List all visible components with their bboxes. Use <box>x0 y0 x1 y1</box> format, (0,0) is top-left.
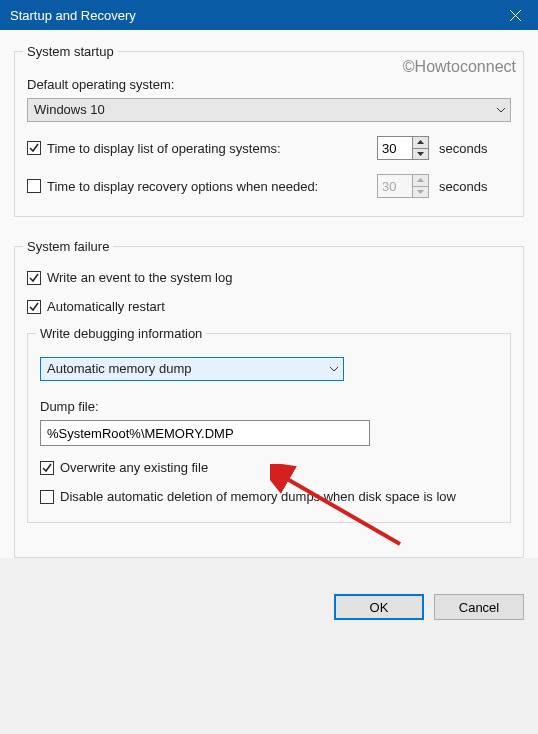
default-os-value: Windows 10 <box>28 99 492 121</box>
titlebar: Startup and Recovery <box>0 0 538 30</box>
seconds-unit: seconds <box>439 141 487 156</box>
write-event-checkbox[interactable] <box>27 271 41 285</box>
ok-button[interactable]: OK <box>334 594 424 620</box>
overwrite-label: Overwrite any existing file <box>60 460 208 475</box>
dump-type-combo[interactable]: Automatic memory dump <box>40 357 344 381</box>
button-row: OK Cancel <box>0 580 538 634</box>
default-os-label: Default operating system: <box>27 77 511 92</box>
display-os-list-checkbox[interactable] <box>27 141 41 155</box>
recovery-seconds-spinner <box>377 174 429 198</box>
auto-restart-label: Automatically restart <box>47 299 165 314</box>
seconds-unit: seconds <box>439 179 487 194</box>
auto-restart-checkbox[interactable] <box>27 300 41 314</box>
spinner-down-icon <box>413 187 428 198</box>
window-title: Startup and Recovery <box>10 8 136 23</box>
recovery-seconds-input <box>378 175 412 197</box>
display-recovery-checkbox[interactable] <box>27 179 41 193</box>
overwrite-checkbox[interactable] <box>40 461 54 475</box>
close-icon <box>510 10 521 21</box>
chevron-down-icon <box>492 99 510 121</box>
dialog-content: System startup Default operating system:… <box>0 30 538 558</box>
system-startup-legend: System startup <box>23 44 118 59</box>
dump-file-input[interactable] <box>40 420 370 446</box>
close-button[interactable] <box>492 0 538 30</box>
cancel-button[interactable]: Cancel <box>434 594 524 620</box>
disable-delete-label: Disable automatic deletion of memory dum… <box>60 489 456 504</box>
spinner-down-icon[interactable] <box>413 149 428 160</box>
dump-type-value: Automatic memory dump <box>41 358 325 380</box>
os-list-seconds-spinner[interactable] <box>377 136 429 160</box>
display-os-list-label: Time to display list of operating system… <box>47 141 281 156</box>
write-event-label: Write an event to the system log <box>47 270 232 285</box>
system-failure-group: System failure Write an event to the sys… <box>14 239 524 558</box>
display-recovery-label: Time to display recovery options when ne… <box>47 179 318 194</box>
dump-file-label: Dump file: <box>40 399 498 414</box>
os-list-seconds-input[interactable] <box>378 137 412 159</box>
write-debug-group: Write debugging information Automatic me… <box>27 326 511 523</box>
system-startup-group: System startup Default operating system:… <box>14 44 524 217</box>
spinner-up-icon[interactable] <box>413 137 428 149</box>
write-debug-legend: Write debugging information <box>36 326 206 341</box>
disable-delete-checkbox[interactable] <box>40 490 54 504</box>
system-failure-legend: System failure <box>23 239 113 254</box>
spinner-up-icon <box>413 175 428 187</box>
default-os-combo[interactable]: Windows 10 <box>27 98 511 122</box>
chevron-down-icon <box>325 358 343 380</box>
